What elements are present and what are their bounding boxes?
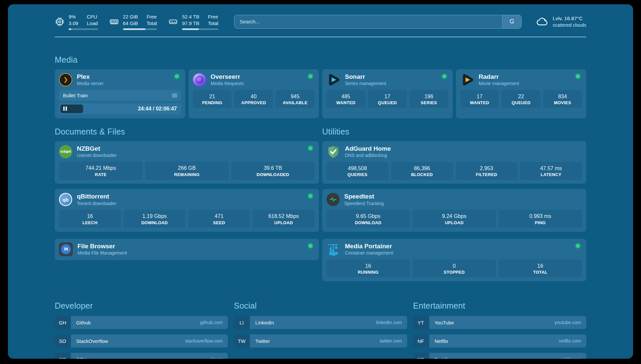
speedtest-link[interactable]: Speedtest Speedtest Tracking: [326, 193, 582, 206]
header-divider: [55, 37, 586, 37]
stat-seed: 471 SEED: [188, 210, 250, 228]
radarr-link[interactable]: Radarr Movie management: [460, 73, 582, 87]
bookmark-href: stackoverflow.com: [185, 338, 223, 344]
portainer-icon: [326, 242, 340, 256]
now-playing-title: Bullet Train: [63, 93, 88, 98]
app-name: Media Portainer: [345, 242, 571, 250]
system-stats: 9% 3.09 CPU Load: [55, 14, 218, 30]
camera-icon[interactable]: [171, 92, 178, 99]
bookmark-dev[interactable]: DT DEV dev.to: [55, 353, 228, 359]
weather-widget: Lviv, 16.87°C scattered clouds: [536, 15, 586, 28]
portainer-link[interactable]: Media Portainer Container management: [326, 242, 582, 256]
app-name: NZBGet: [77, 145, 304, 153]
bookmark-stackoverflow[interactable]: SO StackOverflow stackoverflow.com: [55, 334, 228, 348]
memory-stat: 22 GiB 64 GiB Free Total: [109, 14, 157, 30]
cpu-load-label: Load: [87, 20, 98, 27]
status-dot: [576, 244, 580, 248]
app-description: Usenet downloader: [77, 152, 304, 158]
stat-available: 945 AVAILABLE: [276, 90, 315, 108]
stat-queued: 17 QUEUED: [368, 90, 407, 108]
plex-link[interactable]: ❯ Plex Media server: [59, 73, 181, 87]
cpu-usage-label: CPU: [87, 14, 98, 20]
stat-pending: 21 PENDING: [193, 90, 232, 108]
app-name: Radarr: [479, 73, 571, 81]
stat-running: 16 RUNNING: [326, 259, 410, 278]
speedtest-card: Speedtest Speedtest Tracking 9.65 Gbps D…: [322, 189, 586, 232]
section-title-developer: Developer: [55, 301, 228, 311]
stat-latency: 47.57 ms LATENCY: [520, 162, 582, 180]
bookmark-netflix[interactable]: NF Netflix netflix.com: [413, 334, 586, 348]
cpu-load-value: 3.09: [69, 20, 78, 27]
dashboard-frame: 9% 3.09 CPU Load: [8, 4, 633, 359]
documents-column: Documents & Files nzbget NZBGet Usenet d…: [55, 127, 319, 282]
bookmark-href: reddit.com: [560, 357, 581, 359]
disk-free-label: Free: [208, 14, 218, 20]
bookmark-youtube[interactable]: YT YouTube youtube.com: [413, 316, 586, 329]
player-row: 24:44 / 02:06:47: [59, 103, 181, 114]
app-name: Overseerr: [211, 73, 304, 81]
stat-upload: 618.52 Mbps UPLOAD: [253, 210, 315, 228]
qbittorrent-link[interactable]: qb qBittorrent Torrent downloader: [59, 193, 315, 206]
bookmark-name: YouTube: [435, 320, 454, 325]
section-title-entertainment: Entertainment: [413, 301, 586, 311]
status-dot: [308, 74, 313, 78]
qbittorrent-icon: qb: [59, 193, 72, 206]
bookmark-abbr: DT: [55, 353, 70, 359]
nzbget-icon: nzbget: [59, 145, 72, 158]
memory-free-value: 22 GiB: [123, 14, 138, 20]
sonarr-card: Sonarr Series management 485 WANTED 17 Q…: [322, 69, 453, 118]
cloud-icon: [536, 15, 549, 28]
app-description: Container management: [345, 250, 571, 256]
bookmark-abbr: TW: [234, 334, 249, 348]
nzbget-link[interactable]: nzbget NZBGet Usenet downloader: [59, 145, 315, 159]
bookmark-href: twitter.com: [380, 338, 402, 344]
stat-remaining: 266 GB REMAINING: [145, 162, 229, 180]
bookmark-reddit[interactable]: RE Reddit reddit.com: [413, 353, 586, 359]
memory-meter: [123, 28, 157, 30]
bookmark-twitter[interactable]: TW Twitter twitter.com: [234, 334, 407, 348]
speedtest-icon: [326, 193, 340, 206]
bookmark-linkedin[interactable]: LI LinkedIn linkedin.com: [234, 316, 407, 329]
bookmarks: Developer GH Github github.com SO StackO…: [55, 301, 586, 359]
stat-filtered: 2,953 FILTERED: [456, 162, 518, 180]
app-name: Plex: [77, 73, 170, 81]
bookmark-href: github.com: [200, 320, 223, 325]
app-name: qBittorrent: [77, 193, 304, 200]
overseerr-icon: [193, 73, 206, 86]
memory-total-label: Total: [146, 20, 157, 27]
cpu-stat: 9% 3.09 CPU Load: [55, 14, 98, 30]
bookmark-name: DEV: [76, 357, 86, 359]
search-engine-button[interactable]: G: [502, 15, 521, 28]
utilities-column: Utilities AdGuard Home: [322, 127, 586, 282]
bookmark-github[interactable]: GH Github github.com: [55, 316, 228, 329]
stat-rate: 744.21 Mbps RATE: [59, 162, 142, 180]
adguard-link[interactable]: AdGuard Home DNS and adblocking: [326, 145, 582, 159]
disk-total-label: Total: [208, 20, 218, 27]
bookmark-href: netflix.com: [559, 338, 581, 344]
stat-wanted: 17 WANTED: [460, 90, 499, 108]
stat-total: 16 TOTAL: [499, 259, 582, 278]
adguard-card: AdGuard Home DNS and adblocking 498,508 …: [322, 141, 586, 184]
app-description: Series management: [345, 80, 438, 86]
stat-queued: 22 QUEUED: [502, 90, 540, 108]
overseerr-link[interactable]: Overseerr Media Requests: [193, 73, 315, 87]
disk-total-value: 97.9 TB: [182, 20, 199, 27]
cpu-usage-value: 9%: [69, 14, 78, 20]
radarr-icon: [460, 73, 474, 87]
qbittorrent-card: qb qBittorrent Torrent downloader 16 LEE…: [55, 189, 319, 232]
bookmark-href: youtube.com: [555, 320, 581, 325]
stat-wanted: 485 WANTED: [326, 90, 365, 108]
player-progress[interactable]: [60, 105, 83, 113]
filebrowser-link[interactable]: File Browser Media File Management: [59, 242, 315, 256]
search-input[interactable]: [234, 15, 502, 28]
sonarr-link[interactable]: Sonarr Series management: [326, 73, 448, 87]
app-name: AdGuard Home: [345, 145, 582, 153]
status-dot: [308, 146, 313, 150]
stat-upload: 9.24 Gbps UPLOAD: [412, 210, 496, 228]
app-description: Movie management: [479, 80, 571, 86]
stat-stopped: 0 STOPPED: [412, 259, 496, 278]
nzbget-card: nzbget NZBGet Usenet downloader 744.21 M…: [55, 141, 319, 184]
disk-meter: [182, 28, 218, 30]
cpu-meter: [69, 28, 98, 30]
adguard-icon: [326, 145, 340, 159]
